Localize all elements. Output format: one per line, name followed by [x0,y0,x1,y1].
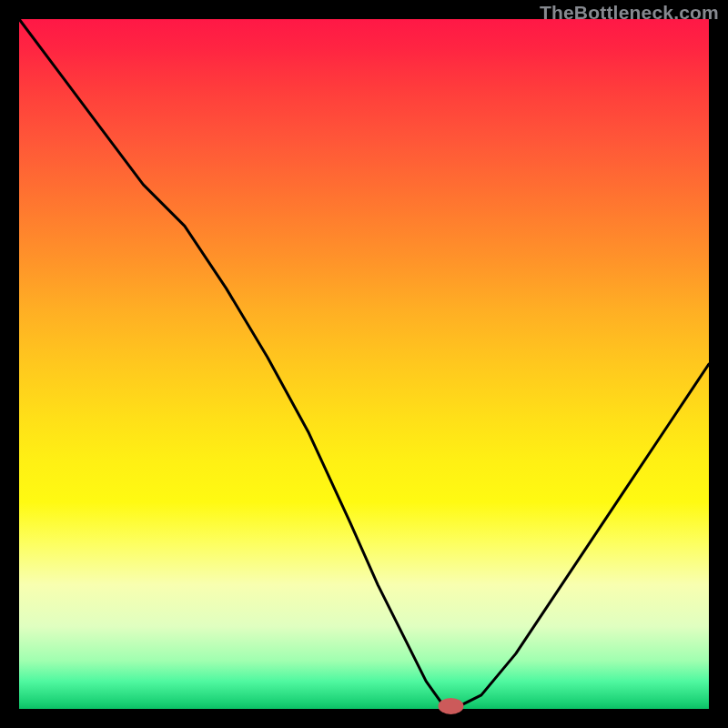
chart-container: TheBottleneck.com [0,0,728,728]
curve-layer [19,19,709,709]
watermark-text: TheBottleneck.com [540,2,719,24]
optimal-point-marker [439,698,464,714]
bottleneck-curve [19,19,709,705]
